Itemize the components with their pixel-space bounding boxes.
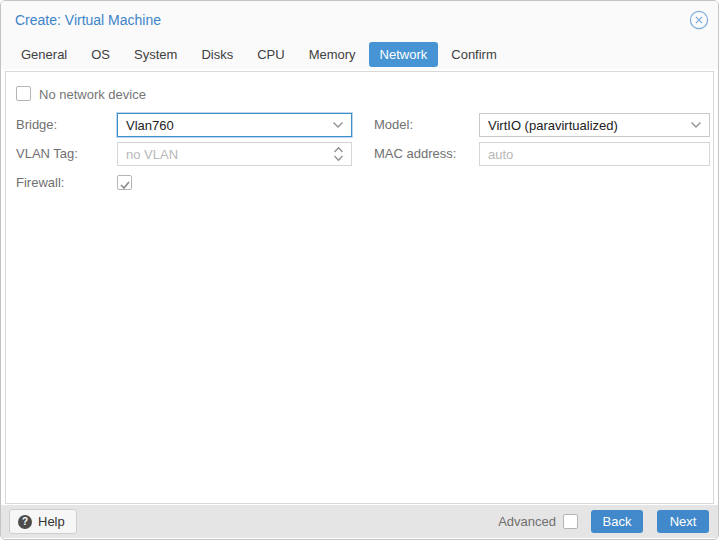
bridge-combobox[interactable] bbox=[117, 113, 352, 137]
chevron-down-icon[interactable] bbox=[332, 121, 344, 129]
no-network-device-label: No network device bbox=[39, 87, 146, 102]
mac-address-field[interactable] bbox=[479, 142, 710, 166]
model-label: Model: bbox=[374, 113, 413, 137]
tab-general[interactable]: General bbox=[10, 42, 78, 67]
tab-confirm[interactable]: Confirm bbox=[440, 42, 508, 67]
firewall-checkbox[interactable] bbox=[117, 175, 132, 190]
dialog-titlebar: Create: Virtual Machine bbox=[1, 1, 718, 39]
back-button[interactable]: Back bbox=[591, 510, 643, 533]
no-network-device-checkbox[interactable] bbox=[16, 86, 31, 101]
mac-address-label: MAC address: bbox=[374, 142, 456, 166]
footer-actions: Advanced Back Next bbox=[498, 510, 709, 533]
tab-memory[interactable]: Memory bbox=[298, 42, 367, 67]
help-button[interactable]: ? Help bbox=[9, 509, 77, 534]
tab-cpu[interactable]: CPU bbox=[246, 42, 295, 67]
question-circle-icon: ? bbox=[18, 515, 32, 529]
close-icon[interactable] bbox=[689, 10, 709, 30]
create-vm-dialog: Create: Virtual Machine General OS Syste… bbox=[0, 0, 719, 540]
help-button-label: Help bbox=[38, 514, 65, 529]
tab-system[interactable]: System bbox=[123, 42, 188, 67]
next-button[interactable]: Next bbox=[657, 510, 709, 533]
tab-network[interactable]: Network bbox=[369, 42, 439, 67]
tab-disks[interactable]: Disks bbox=[190, 42, 244, 67]
checkmark-icon bbox=[119, 177, 131, 195]
network-form-panel: No network device Bridge: Model: VLAN Ta… bbox=[5, 71, 714, 504]
advanced-label: Advanced bbox=[498, 514, 556, 529]
dialog-title: Create: Virtual Machine bbox=[15, 12, 161, 28]
chevron-down-icon[interactable] bbox=[690, 121, 702, 129]
model-input[interactable] bbox=[480, 114, 709, 136]
bridge-input[interactable] bbox=[118, 114, 351, 136]
bridge-label: Bridge: bbox=[16, 113, 57, 137]
chevron-up-down-icon[interactable] bbox=[333, 146, 344, 162]
advanced-checkbox[interactable] bbox=[563, 514, 578, 529]
mac-address-input[interactable] bbox=[480, 143, 709, 165]
model-combobox[interactable] bbox=[479, 113, 710, 137]
tab-os[interactable]: OS bbox=[80, 42, 121, 67]
vlan-tag-spinner[interactable] bbox=[117, 142, 352, 166]
firewall-label: Firewall: bbox=[16, 171, 64, 195]
vlan-tag-input[interactable] bbox=[118, 143, 351, 165]
dialog-footer: ? Help Advanced Back Next bbox=[1, 505, 718, 538]
wizard-tab-bar: General OS System Disks CPU Memory Netwo… bbox=[1, 39, 718, 69]
vlan-tag-label: VLAN Tag: bbox=[16, 142, 78, 166]
